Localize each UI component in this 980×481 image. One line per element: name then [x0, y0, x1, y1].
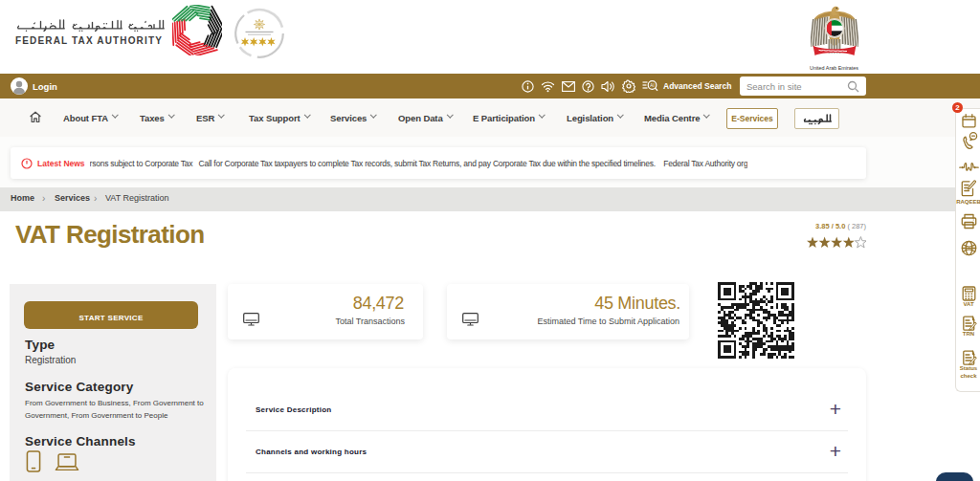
svg-text:AI: AI — [650, 83, 654, 88]
